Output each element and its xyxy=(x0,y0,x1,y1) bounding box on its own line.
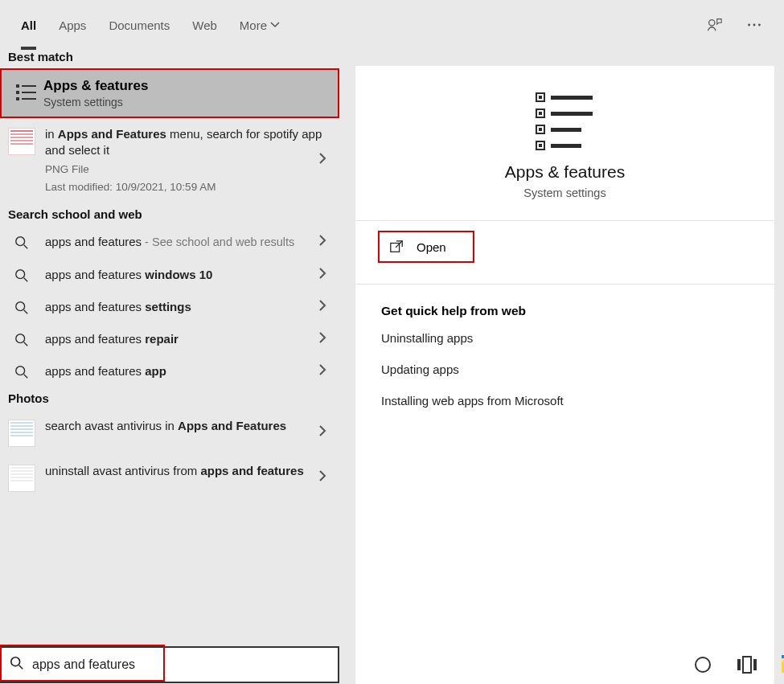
svg-line-17 xyxy=(24,342,28,346)
search-icon xyxy=(8,299,35,315)
help-link-install[interactable]: Installing web apps from Microsoft xyxy=(381,394,774,408)
feedback-icon[interactable] xyxy=(705,16,723,34)
search-input-box[interactable] xyxy=(0,646,339,683)
web-result-1[interactable]: apps and features - See school and web r… xyxy=(0,226,339,259)
apps-features-icon xyxy=(10,81,43,105)
preview-title: Apps & features xyxy=(355,162,774,182)
tab-documents[interactable]: Documents xyxy=(109,0,170,50)
svg-point-14 xyxy=(16,302,25,311)
chevron-right-icon xyxy=(318,234,326,250)
svg-line-13 xyxy=(24,277,28,281)
divider xyxy=(355,220,774,221)
svg-point-3 xyxy=(758,24,761,27)
search-icon xyxy=(8,267,35,283)
photo-result-2[interactable]: uninstall avast antivirus from apps and … xyxy=(0,455,339,500)
task-view-icon[interactable] xyxy=(737,653,757,676)
tab-apps[interactable]: Apps xyxy=(59,0,86,50)
best-match-result[interactable]: Apps & features System settings xyxy=(0,68,339,118)
web-result-4[interactable]: apps and features repair xyxy=(0,323,339,355)
svg-point-16 xyxy=(16,334,25,343)
svg-rect-27 xyxy=(551,112,593,116)
svg-point-35 xyxy=(696,657,710,672)
svg-rect-38 xyxy=(753,659,757,670)
svg-rect-34 xyxy=(391,244,400,252)
svg-line-21 xyxy=(19,666,23,670)
svg-point-18 xyxy=(16,367,25,375)
svg-rect-4 xyxy=(16,84,19,88)
svg-point-10 xyxy=(16,237,25,246)
web-result-2[interactable]: apps and features windows 10 xyxy=(0,259,339,291)
file-type: PNG File xyxy=(45,162,331,177)
help-link-uninstall[interactable]: Uninstalling apps xyxy=(381,331,774,345)
svg-point-1 xyxy=(748,24,750,27)
cortana-icon[interactable] xyxy=(693,653,712,676)
svg-rect-36 xyxy=(737,659,741,670)
image-thumbnail-icon xyxy=(8,128,35,155)
results-panel: Best match Apps & features System settin… xyxy=(0,50,339,684)
svg-rect-29 xyxy=(539,128,542,131)
search-icon xyxy=(8,363,35,379)
section-best-match: Best match xyxy=(0,50,339,68)
svg-rect-37 xyxy=(743,657,751,673)
chevron-right-icon xyxy=(318,469,326,485)
preview-subtitle: System settings xyxy=(355,186,774,199)
preview-panel: Apps & features System settings Open Get… xyxy=(339,50,784,684)
svg-rect-23 xyxy=(539,96,542,99)
search-icon xyxy=(8,234,35,250)
web-result-5[interactable]: apps and features app xyxy=(0,355,339,387)
section-photos: Photos xyxy=(0,388,339,410)
web-result-3[interactable]: apps and features settings xyxy=(0,291,339,323)
svg-point-20 xyxy=(11,657,20,666)
help-header: Get quick help from web xyxy=(381,304,774,318)
svg-point-0 xyxy=(709,20,715,26)
photo-result-1[interactable]: search avast antivirus in Apps and Featu… xyxy=(0,410,339,455)
file-result[interactable]: in Apps and Features menu, search for sp… xyxy=(0,118,339,203)
preview-apps-features-icon xyxy=(355,88,774,151)
search-input[interactable] xyxy=(32,657,330,672)
search-icon xyxy=(10,656,24,674)
svg-rect-6 xyxy=(16,91,19,94)
svg-point-12 xyxy=(16,269,25,278)
svg-rect-32 xyxy=(539,144,542,147)
chevron-right-icon xyxy=(318,363,326,379)
svg-rect-24 xyxy=(551,96,593,100)
svg-rect-8 xyxy=(16,97,19,100)
open-label: Open xyxy=(417,240,446,254)
divider xyxy=(355,284,774,285)
chevron-down-icon xyxy=(270,20,280,30)
chevron-right-icon xyxy=(318,152,326,168)
svg-point-2 xyxy=(753,24,756,27)
file-modified: Last modified: 10/9/2021, 10:59 AM xyxy=(45,180,331,195)
tab-more[interactable]: More xyxy=(240,0,280,50)
tab-all[interactable]: All xyxy=(21,0,36,50)
tab-web[interactable]: Web xyxy=(192,0,217,50)
section-search-web: Search school and web xyxy=(0,203,339,226)
search-icon xyxy=(8,331,35,347)
open-button[interactable]: Open xyxy=(378,231,474,263)
chevron-right-icon xyxy=(318,424,326,440)
svg-rect-26 xyxy=(539,112,542,115)
taskbar xyxy=(679,645,784,684)
svg-rect-9 xyxy=(22,98,36,100)
best-match-title: Apps & features xyxy=(43,78,148,94)
open-icon xyxy=(389,240,404,254)
chevron-right-icon xyxy=(318,267,326,283)
svg-line-19 xyxy=(24,375,28,379)
chevron-right-icon xyxy=(318,331,326,347)
search-tabs: All Apps Documents Web More xyxy=(0,0,784,50)
best-match-subtitle: System settings xyxy=(43,96,148,109)
image-thumbnail-icon xyxy=(8,465,35,492)
svg-line-15 xyxy=(24,309,28,313)
svg-rect-33 xyxy=(551,144,581,148)
image-thumbnail-icon xyxy=(8,420,35,447)
svg-line-11 xyxy=(24,245,28,249)
more-options-icon[interactable] xyxy=(745,16,763,34)
svg-rect-5 xyxy=(22,85,36,87)
help-link-update[interactable]: Updating apps xyxy=(381,362,774,376)
svg-rect-7 xyxy=(22,92,36,93)
svg-rect-30 xyxy=(551,128,581,132)
chevron-right-icon xyxy=(318,299,326,315)
